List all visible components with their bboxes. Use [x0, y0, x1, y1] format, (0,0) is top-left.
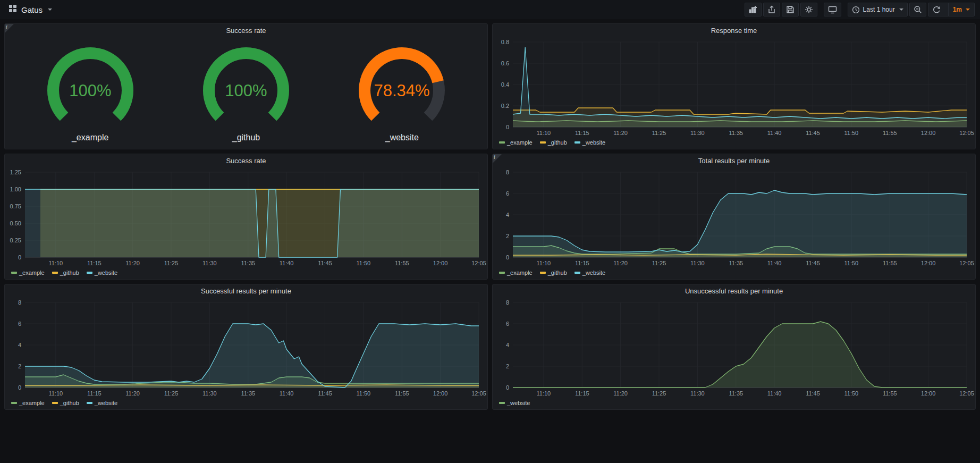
panel-title-success-rate-gauges[interactable]: Success rate: [5, 24, 487, 37]
svg-text:11:55: 11:55: [395, 260, 409, 266]
legend-item-example[interactable]: _example: [11, 400, 45, 406]
svg-text:11:35: 11:35: [729, 390, 743, 397]
refresh-button[interactable]: [928, 3, 945, 16]
legend-item-example[interactable]: _example: [11, 270, 45, 276]
legend-item-website[interactable]: _website: [575, 270, 605, 276]
panel-title-text: Successful results per minute: [201, 287, 291, 295]
svg-text:11:20: 11:20: [125, 260, 140, 266]
zoom-out-button[interactable]: [909, 3, 926, 16]
panel-legend: _website: [493, 399, 975, 409]
panel-title-response-time[interactable]: Response time: [493, 24, 975, 37]
svg-text:100%: 100%: [225, 81, 267, 100]
svg-text:11:30: 11:30: [202, 260, 217, 266]
panel-success-rate-series: Success rate 00.250.500.751.001.2511:101…: [4, 154, 488, 280]
gauge-label: _github: [182, 133, 310, 142]
clock-icon: [852, 6, 860, 14]
chart-total-results[interactable]: 0246811:1011:1511:2011:2511:3011:3511:40…: [493, 167, 975, 268]
svg-text:0.6: 0.6: [501, 60, 509, 66]
panel-response-time: Response time 00.20.40.60.811:1011:1511:…: [492, 23, 976, 149]
legend-item-github[interactable]: _github: [52, 270, 79, 276]
panel-title-success-rate-series[interactable]: Success rate: [5, 154, 487, 167]
info-icon[interactable]: i: [5, 24, 14, 33]
svg-text:0.2: 0.2: [501, 103, 509, 109]
panel-success-rate-gauges: i Success rate 100% _example 100% _githu…: [4, 23, 488, 149]
info-icon[interactable]: i: [493, 154, 502, 163]
legend-item-example[interactable]: _example: [499, 139, 533, 146]
legend-item-example[interactable]: _example: [499, 270, 533, 276]
chart-successful-results[interactable]: 0246811:1011:1511:2011:2511:3011:3511:40…: [5, 298, 487, 399]
tv-mode-button[interactable]: [824, 3, 841, 16]
svg-text:11:50: 11:50: [357, 390, 371, 397]
svg-text:11:45: 11:45: [318, 390, 332, 397]
svg-text:11:35: 11:35: [729, 130, 743, 136]
svg-text:11:40: 11:40: [767, 390, 782, 397]
legend-item-website[interactable]: _website: [499, 400, 530, 406]
refresh-interval-label: 1m: [953, 6, 962, 13]
save-button[interactable]: [782, 3, 799, 16]
svg-text:11:25: 11:25: [164, 260, 179, 266]
svg-text:6: 6: [506, 321, 509, 327]
svg-text:11:45: 11:45: [318, 260, 332, 266]
svg-text:11:50: 11:50: [844, 130, 859, 136]
svg-text:11:10: 11:10: [537, 390, 551, 397]
legend-item-website[interactable]: _website: [575, 139, 605, 146]
gauge-row: 100% _example 100% _github 78.34% _websi…: [5, 37, 487, 149]
refresh-icon: [933, 6, 941, 14]
svg-text:11:20: 11:20: [613, 130, 628, 136]
svg-text:12:00: 12:00: [433, 390, 448, 397]
chart-response-time[interactable]: 00.20.40.60.811:1011:1511:2011:2511:3011…: [493, 37, 975, 138]
svg-text:11:15: 11:15: [575, 390, 589, 397]
time-range-picker[interactable]: Last 1 hour: [848, 3, 908, 16]
legend-item-github[interactable]: _github: [540, 139, 567, 146]
add-panel-button[interactable]: [745, 3, 762, 16]
legend-item-website[interactable]: _website: [87, 270, 117, 276]
svg-text:78.34%: 78.34%: [374, 81, 430, 100]
save-icon: [786, 5, 795, 14]
svg-text:12:05: 12:05: [471, 390, 486, 397]
panel-title-unsuccessful-results[interactable]: Unsuccessful results per minute: [493, 284, 975, 298]
svg-text:11:10: 11:10: [49, 390, 63, 397]
svg-text:11:35: 11:35: [729, 260, 743, 266]
svg-text:11:15: 11:15: [575, 130, 589, 136]
svg-text:4: 4: [506, 212, 509, 218]
settings-button[interactable]: [800, 3, 817, 16]
svg-text:11:10: 11:10: [537, 130, 551, 136]
svg-text:11:50: 11:50: [844, 260, 859, 266]
legend-item-github[interactable]: _github: [52, 400, 79, 406]
svg-text:0: 0: [18, 384, 21, 391]
svg-text:4: 4: [18, 342, 21, 348]
svg-text:2: 2: [506, 363, 509, 369]
chart-unsuccessful-results[interactable]: 0246811:1011:1511:2011:2511:3011:3511:40…: [493, 298, 975, 399]
svg-text:12:00: 12:00: [433, 260, 448, 266]
chevron-down-icon: [899, 9, 903, 11]
gauge-arc-github: 100%: [182, 44, 310, 132]
svg-text:11:30: 11:30: [690, 390, 705, 397]
svg-text:11:40: 11:40: [280, 260, 294, 266]
svg-text:11:30: 11:30: [690, 260, 705, 266]
chart-success-rate[interactable]: 00.250.500.751.001.2511:1011:1511:2011:2…: [5, 167, 487, 268]
panel-total-results: i Total results per minute 0246811:1011:…: [492, 154, 976, 280]
svg-text:12:00: 12:00: [921, 260, 936, 266]
svg-text:12:00: 12:00: [921, 130, 936, 136]
refresh-picker: 1m: [928, 3, 975, 16]
panel-title-successful-results[interactable]: Successful results per minute: [5, 284, 487, 298]
dashboard-picker[interactable]: Gatus: [5, 2, 55, 17]
navbar-actions: Last 1 hour 1m: [738, 3, 975, 16]
svg-text:12:05: 12:05: [959, 260, 974, 266]
time-range-label: Last 1 hour: [863, 6, 895, 13]
refresh-interval-dropdown[interactable]: 1m: [948, 3, 974, 16]
share-button[interactable]: [763, 3, 780, 16]
panel-title-total-results[interactable]: Total results per minute: [493, 154, 975, 167]
time-controls-group: Last 1 hour 1m: [848, 3, 975, 16]
gauge-example: 100% _example: [27, 44, 154, 142]
panel-title-text: Success rate: [226, 27, 266, 35]
panel-unsuccessful-results: Unsuccessful results per minute 0246811:…: [492, 284, 976, 410]
svg-text:0.4: 0.4: [501, 81, 509, 88]
svg-text:12:05: 12:05: [471, 260, 486, 266]
svg-text:0.50: 0.50: [10, 220, 21, 226]
zoom-out-icon: [914, 5, 922, 14]
svg-text:11:25: 11:25: [652, 390, 666, 397]
legend-item-website[interactable]: _website: [87, 400, 117, 406]
legend-item-github[interactable]: _github: [540, 270, 567, 276]
add-panel-icon: [749, 5, 757, 14]
